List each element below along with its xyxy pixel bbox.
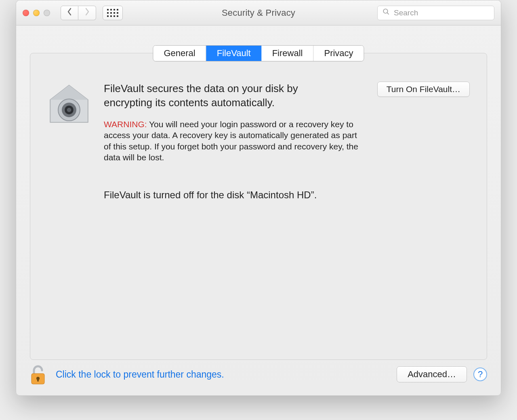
filevault-text-column: FileVault secures the data on your disk …	[104, 82, 364, 201]
lock-hint-text[interactable]: Click the lock to prevent further change…	[56, 369, 224, 380]
forward-button[interactable]	[78, 6, 96, 20]
turn-on-filevault-button[interactable]: Turn On FileVault…	[377, 82, 470, 97]
show-all-prefs-button[interactable]	[103, 6, 123, 20]
footer: Click the lock to prevent further change…	[30, 363, 487, 386]
lock-icon[interactable]	[30, 363, 46, 386]
svg-rect-11	[37, 378, 39, 382]
zoom-button[interactable]	[44, 10, 50, 16]
filevault-status: FileVault is turned off for the disk “Ma…	[104, 189, 364, 201]
chevron-left-icon	[67, 8, 72, 18]
close-button[interactable]	[23, 10, 29, 16]
tab-privacy[interactable]: Privacy	[313, 46, 364, 61]
advanced-button[interactable]: Advanced…	[397, 366, 467, 382]
minimize-button[interactable]	[33, 10, 40, 16]
filevault-headline: FileVault secures the data on your disk …	[104, 82, 330, 110]
tab-general[interactable]: General	[153, 46, 206, 61]
tab-firewall[interactable]: Firewall	[262, 46, 314, 61]
back-button[interactable]	[61, 6, 78, 20]
filevault-icon	[47, 82, 91, 125]
apps-grid-icon	[107, 9, 118, 17]
search-icon	[382, 8, 393, 17]
window-controls	[23, 10, 50, 16]
tab-filevault[interactable]: FileVault	[206, 46, 262, 61]
search-field[interactable]	[377, 6, 494, 20]
svg-marker-3	[50, 85, 88, 100]
search-input[interactable]	[393, 8, 489, 18]
svg-point-0	[383, 9, 388, 13]
svg-point-7	[67, 108, 71, 112]
titlebar: Security & Privacy	[16, 0, 501, 25]
filevault-top-row: FileVault secures the data on your disk …	[47, 82, 470, 201]
nav-buttons	[61, 6, 96, 20]
preferences-window: Security & Privacy General FileVault Fir…	[16, 0, 501, 396]
content-area: General FileVault Firewall Privacy	[16, 25, 501, 395]
filevault-warning: WARNING: You will need your login passwo…	[104, 119, 364, 163]
chevron-right-icon	[84, 8, 90, 18]
warning-label: WARNING:	[104, 120, 147, 129]
settings-panel: General FileVault Firewall Privacy	[30, 53, 487, 360]
tabbar: General FileVault Firewall Privacy	[153, 45, 364, 61]
panel-inner: FileVault secures the data on your disk …	[30, 53, 487, 201]
svg-line-1	[387, 13, 389, 15]
help-button[interactable]: ?	[473, 368, 487, 381]
